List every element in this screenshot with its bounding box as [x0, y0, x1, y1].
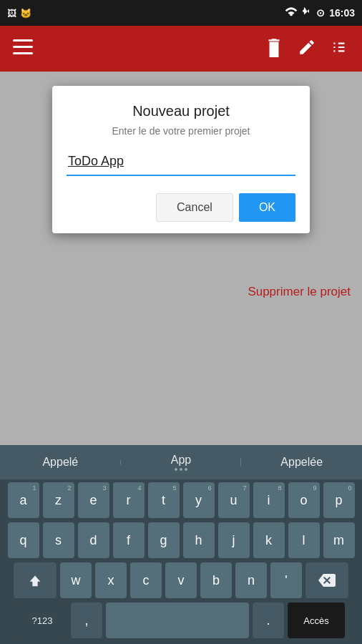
- dialog-title: Nouveau projet: [67, 103, 295, 119]
- key-f[interactable]: f: [113, 522, 145, 558]
- fdroid-icon: 🐱: [20, 8, 31, 19]
- key-z[interactable]: 2z: [43, 482, 74, 518]
- key-j[interactable]: j: [218, 522, 250, 558]
- comma-key[interactable]: ,: [71, 602, 102, 638]
- key-g[interactable]: g: [148, 522, 180, 558]
- notification-icon: 🖼: [7, 8, 16, 19]
- numbers-key[interactable]: ?123: [17, 602, 67, 638]
- space-key[interactable]: [106, 602, 249, 638]
- cancel-button[interactable]: Cancel: [156, 193, 233, 222]
- key-row-3: w x c v b n ': [3, 562, 359, 598]
- key-u[interactable]: 7u: [218, 482, 250, 518]
- key-q[interactable]: q: [8, 522, 39, 558]
- key-e[interactable]: 3e: [78, 482, 109, 518]
- backspace-key[interactable]: [305, 562, 348, 598]
- key-i[interactable]: 8i: [253, 482, 285, 518]
- menu-icon[interactable]: [13, 38, 33, 60]
- project-name-input[interactable]: [67, 151, 295, 176]
- circle-icon: ⊙: [316, 7, 325, 19]
- svg-rect-2: [13, 52, 33, 54]
- keyboard-rows: 1a 2z 3e 4r 5t 6y 7u 8i 9o 0p q s d f g …: [0, 479, 362, 644]
- enter-key[interactable]: Accès: [288, 602, 345, 638]
- suggestion-0[interactable]: Appelé: [0, 453, 121, 472]
- delete-project-label[interactable]: Supprimer le projet: [248, 285, 351, 299]
- key-h[interactable]: h: [183, 522, 215, 558]
- main-content: Nouveau projet Enter le de votre premier…: [0, 72, 362, 272]
- dialog: Nouveau projet Enter le de votre premier…: [52, 86, 310, 233]
- svg-rect-1: [13, 46, 33, 48]
- key-k[interactable]: k: [253, 522, 285, 558]
- suggestion-2[interactable]: Appelée: [241, 453, 362, 472]
- ok-button[interactable]: OK: [239, 193, 295, 222]
- key-d[interactable]: d: [78, 522, 109, 558]
- key-x[interactable]: x: [95, 562, 127, 598]
- key-row-1: 1a 2z 3e 4r 5t 6y 7u 8i 9o 0p: [3, 482, 359, 518]
- key-row-2: q s d f g h j k l m: [3, 522, 359, 558]
- key-c[interactable]: c: [130, 562, 162, 598]
- key-y[interactable]: 6y: [183, 482, 215, 518]
- key-m[interactable]: m: [323, 522, 355, 558]
- bottom-content: Supprimer le projet: [0, 272, 362, 312]
- key-n[interactable]: n: [235, 562, 267, 598]
- app-bar: [0, 26, 362, 72]
- dialog-subtitle: Enter le de votre premier projet: [67, 125, 295, 137]
- delete-icon[interactable]: [265, 37, 283, 60]
- clock-time: 16:03: [329, 7, 355, 19]
- key-apostrophe[interactable]: ': [270, 562, 302, 598]
- status-right-icons: ⊙ 16:03: [285, 7, 355, 19]
- edit-icon[interactable]: [298, 38, 316, 59]
- wifi-icon: [285, 7, 298, 19]
- svg-rect-0: [13, 39, 33, 42]
- key-v[interactable]: v: [165, 562, 197, 598]
- suggestions-bar: Appelé App Appelée: [0, 445, 362, 479]
- suggestion-1[interactable]: App: [121, 451, 242, 474]
- key-p[interactable]: 0p: [323, 482, 355, 518]
- key-s[interactable]: s: [43, 522, 74, 558]
- filter-icon[interactable]: [331, 38, 349, 59]
- app-bar-actions: [265, 37, 349, 60]
- shift-key[interactable]: [14, 562, 57, 598]
- status-bar: 🖼 🐱 ⊙ 16:03: [0, 0, 362, 26]
- key-b[interactable]: b: [200, 562, 232, 598]
- status-left-icons: 🖼 🐱: [7, 8, 31, 19]
- key-l[interactable]: l: [288, 522, 320, 558]
- key-t[interactable]: 5t: [148, 482, 180, 518]
- key-a[interactable]: 1a: [8, 482, 39, 518]
- key-o[interactable]: 9o: [288, 482, 320, 518]
- key-w[interactable]: w: [60, 562, 92, 598]
- signal-icon: [302, 7, 312, 19]
- key-r[interactable]: 4r: [113, 482, 145, 518]
- dialog-buttons: Cancel OK: [67, 193, 295, 222]
- key-row-4: ?123 , . Accès: [3, 602, 359, 638]
- keyboard: Appelé App Appelée 1a 2z 3e 4r 5t 6y 7u …: [0, 445, 362, 644]
- period-key[interactable]: .: [253, 602, 284, 638]
